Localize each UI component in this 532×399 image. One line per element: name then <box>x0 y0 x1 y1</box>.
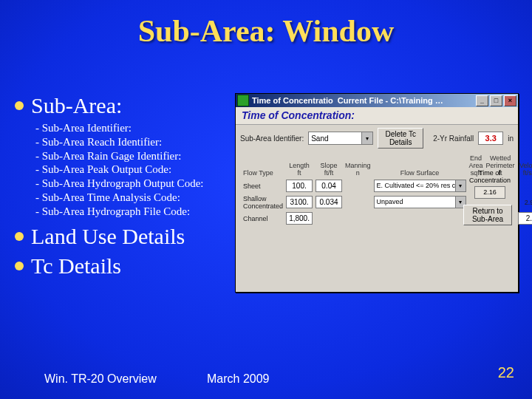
rowlabel-channel: Channel <box>240 211 284 227</box>
return-label1: Return to <box>468 207 508 215</box>
shallow-length[interactable]: 3100. <box>286 196 313 208</box>
shallow-surface[interactable]: Unpaved▾ <box>374 196 466 208</box>
toc-label1: Time of <box>469 169 511 177</box>
return-label2: Sub-Area <box>468 215 508 223</box>
col-length: Length ft <box>284 154 314 178</box>
shallow-slope[interactable]: 0.034 <box>316 196 342 208</box>
close-button[interactable]: × <box>504 95 516 106</box>
bullet-icon <box>15 232 24 241</box>
rainfall-unit: in <box>508 134 514 143</box>
minimize-button[interactable]: _ <box>476 95 488 106</box>
subarea-select[interactable]: Sand ▾ <box>308 132 373 145</box>
sublist-item: - Sub-Area Reach Identifier: <box>35 135 236 149</box>
toc-value: 2.16 <box>474 186 505 199</box>
channel-velocity[interactable]: 2.0 <box>518 212 532 225</box>
shallow-velocity: 2.93 <box>516 194 532 211</box>
rowlabel-shallow: Shallow Concentrated <box>240 194 284 211</box>
rowlabel-sheet: Sheet <box>240 178 284 194</box>
col-flowsurface: Flow Surface <box>372 154 468 178</box>
subarea-sublist: - Sub-Area Identifier: - Sub-Area Reach … <box>35 121 236 218</box>
sublist-item: - Sub-Area Hydrograph File Code: <box>35 205 236 219</box>
bullet-subarea: Sub-Area: <box>15 93 236 118</box>
app-window: Time of Concentratio Current File - C:\T… <box>235 93 519 293</box>
bullet-icon <box>15 101 24 110</box>
window-titlebar[interactable]: Time of Concentratio Current File - C:\T… <box>236 94 518 107</box>
toc-summary: Time of Concentration 2.16 <box>469 169 511 199</box>
form-area: Sub-Area Identifier: Sand ▾ Delete Tc De… <box>236 125 518 230</box>
bullet-tc: Tc Details <box>15 253 236 279</box>
sheet-surface[interactable]: E. Cultivated <= 20% res cov▾ <box>374 180 466 192</box>
sublist-item: - Sub-Area Rain Gage Identifier: <box>35 149 236 163</box>
chevron-down-icon: ▾ <box>361 132 372 144</box>
delete-tc-label2: Details <box>382 138 419 146</box>
app-icon <box>237 95 249 106</box>
footer-date: March 2009 <box>207 372 270 386</box>
label-rainfall: 2-Yr Rainfall <box>433 134 474 143</box>
sublist-item: - Sub-Area Identifier: <box>35 121 236 135</box>
maximize-button[interactable]: □ <box>490 95 502 106</box>
window-title-right: Current File - C:\Training Mater… <box>338 96 449 105</box>
sheet-length[interactable]: 100. <box>286 180 313 192</box>
delete-tc-button[interactable]: Delete Tc Details <box>378 128 423 149</box>
form-heading: Time of Concentration: <box>236 107 518 125</box>
col-slope: Slope ft/ft <box>314 154 344 178</box>
toc-label2: Concentration <box>469 177 511 184</box>
bullet-icon <box>15 262 24 270</box>
return-button[interactable]: Return to Sub-Area <box>463 205 512 225</box>
bullet-text-landuse: Land Use Details <box>31 224 185 249</box>
bullet-landuse: Land Use Details <box>15 224 236 249</box>
window-title-left: Time of Concentratio <box>252 96 333 105</box>
bullet-text-tc: Tc Details <box>31 253 121 279</box>
footer-program: Win. TR-20 Overview <box>44 372 157 386</box>
chevron-down-icon: ▾ <box>455 180 466 191</box>
content-block: Sub-Area: - Sub-Area Identifier: - Sub-A… <box>15 89 236 282</box>
rainfall-input[interactable]: 3.3 <box>478 132 503 145</box>
slide-title: Sub-Area: Window <box>0 0 532 49</box>
channel-length[interactable]: 1,800. <box>286 212 313 225</box>
label-subarea-id: Sub-Area Identifier: <box>240 134 304 143</box>
sublist-item: - Sub-Area Hydrograph Output Code: <box>35 177 236 191</box>
footer-page: 22 <box>498 364 514 381</box>
subarea-value: Sand <box>311 134 328 143</box>
sublist-item: - Sub-Area Time Analysis Code: <box>35 191 236 205</box>
delete-tc-label1: Delete Tc <box>382 130 419 138</box>
col-manning: Manning n <box>344 154 372 178</box>
sheet-slope[interactable]: 0.04 <box>316 180 342 192</box>
sublist-item: - Sub-Area Peak Output Code: <box>35 163 236 177</box>
col-flowtype: Flow Type <box>240 154 284 178</box>
col-velocity: Velocity ft/sec <box>516 154 532 178</box>
bullet-text-subarea: Sub-Area: <box>31 93 122 118</box>
slide: Sub-Area: Window Sub-Area: - Sub-Area Id… <box>0 0 532 399</box>
